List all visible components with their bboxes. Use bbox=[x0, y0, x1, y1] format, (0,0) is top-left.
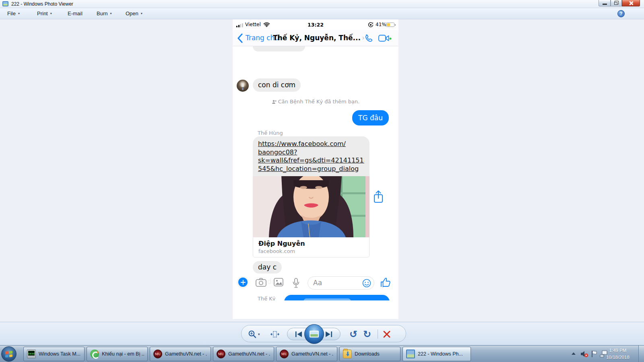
photo-viewer-window: 222 - Windows Photo Viewer File▾ Print▾ … bbox=[0, 0, 644, 362]
thumbs-up-icon[interactable] bbox=[380, 277, 391, 288]
taskbar-item-gamethuvn-1[interactable]: MU GamethuVN.net - ... bbox=[150, 347, 211, 361]
previous-button[interactable] bbox=[294, 330, 303, 339]
link-url-line: sk=wall&fref=gs&dti=421411518051 bbox=[258, 156, 364, 165]
windows-taskbar: Windows Task M... Khiếu nại - em Bị ... … bbox=[0, 345, 644, 362]
viewer-control-bar: ▾ ↺ ↻ bbox=[0, 322, 644, 345]
volume-muted-icon[interactable] bbox=[580, 350, 588, 358]
taskbar-clock[interactable]: 1:49 PM 10/18/2018 bbox=[600, 347, 636, 360]
taskbar-item-downloads[interactable]: Downloads bbox=[339, 347, 400, 361]
link-card-title: Điệp Nguyễn bbox=[258, 240, 369, 247]
mu-game-icon: MU bbox=[217, 350, 225, 358]
message-bubble-outgoing-partial bbox=[284, 295, 390, 300]
slideshow-button[interactable] bbox=[304, 324, 324, 344]
show-hidden-icons-button[interactable] bbox=[572, 352, 576, 355]
taskbar-item-gamethuvn-2[interactable]: MU GamethuVN.net - ... bbox=[213, 347, 274, 361]
chevron-down-icon: ▾ bbox=[110, 12, 111, 15]
minimize-button[interactable] bbox=[599, 0, 611, 6]
person-add-icon bbox=[272, 100, 277, 104]
conversation-title[interactable]: Thế Kỷ, Nguyễn, Thế...› bbox=[273, 33, 361, 42]
chevron-down-icon: ▾ bbox=[18, 12, 20, 15]
magnifier-icon bbox=[248, 330, 257, 339]
zoom-button[interactable]: ▾ bbox=[248, 325, 260, 343]
messenger-screenshot: Viettel 13:22 41% Trang chủ Thế Kỷ, Nguy… bbox=[233, 19, 398, 319]
help-icon[interactable]: ? bbox=[617, 10, 625, 17]
plus-icon[interactable] bbox=[238, 278, 248, 287]
actual-size-button[interactable] bbox=[270, 325, 279, 343]
taskbar-item-photo-viewer[interactable]: 222 - Windows Ph... bbox=[402, 347, 471, 361]
show-desktop-button[interactable] bbox=[638, 346, 644, 362]
delete-x-icon bbox=[382, 330, 391, 339]
menu-print[interactable]: Print▾ bbox=[37, 10, 52, 16]
taskbar-item-task-manager[interactable]: Windows Task M... bbox=[23, 347, 85, 361]
menu-burn[interactable]: Burn▾ bbox=[97, 10, 111, 16]
message-bubble: con di cơm bbox=[253, 78, 301, 92]
next-button[interactable] bbox=[324, 330, 334, 339]
avatar[interactable] bbox=[237, 80, 249, 92]
message-bubble-partial bbox=[253, 46, 305, 51]
photo-viewer-icon bbox=[406, 350, 415, 358]
window-title: 222 - Windows Photo Viewer bbox=[11, 1, 73, 7]
chevron-down-icon: ▾ bbox=[50, 12, 52, 15]
downloads-folder-icon bbox=[343, 350, 352, 358]
rotate-counterclockwise-button[interactable]: ↺ bbox=[349, 325, 357, 343]
menu-file[interactable]: File▾ bbox=[7, 10, 20, 16]
task-manager-icon bbox=[27, 350, 36, 358]
menu-email[interactable]: E-mail bbox=[68, 10, 83, 16]
caret-up-icon bbox=[572, 352, 576, 355]
composer-bar: Aa bbox=[233, 274, 398, 292]
title-bar: 222 - Windows Photo Viewer bbox=[0, 0, 644, 8]
rotate-clockwise-button[interactable]: ↻ bbox=[363, 325, 371, 343]
voice-call-icon[interactable] bbox=[363, 33, 374, 44]
clock-date: 10/18/2018 bbox=[600, 354, 636, 361]
photo-viewer-app-icon bbox=[2, 1, 8, 6]
gallery-icon[interactable] bbox=[274, 278, 283, 286]
link-preview-card[interactable]: Điệp Nguyễn facebook.com bbox=[253, 237, 369, 257]
link-preview-image[interactable] bbox=[253, 176, 369, 237]
windows-logo-icon bbox=[5, 351, 12, 358]
back-chevron-icon[interactable] bbox=[237, 33, 243, 43]
message-bubble: day c bbox=[253, 261, 282, 274]
slideshow-icon bbox=[310, 331, 319, 337]
menu-bar: File▾ Print▾ E-mail Burn▾ Open▾ ? bbox=[0, 8, 644, 19]
share-icon[interactable] bbox=[373, 190, 384, 204]
emoji-icon[interactable] bbox=[362, 279, 371, 288]
microphone-icon[interactable] bbox=[293, 278, 299, 288]
link-card-domain: facebook.com bbox=[258, 248, 369, 254]
link-message-bubble[interactable]: https://www.facebook.com/ baongoc08? sk=… bbox=[253, 136, 369, 176]
message-bubble-outgoing: TG đâu bbox=[352, 110, 389, 125]
battery-icon bbox=[386, 23, 394, 27]
toolbar-divider bbox=[378, 329, 378, 339]
chevron-down-icon: ▾ bbox=[141, 12, 142, 15]
close-button[interactable] bbox=[622, 0, 640, 6]
rotate-cw-icon: ↻ bbox=[363, 329, 371, 340]
system-message: Căn Bệnh Thế Kỷ đã thêm bạn. bbox=[233, 99, 398, 105]
status-time: 13:22 bbox=[233, 22, 398, 28]
taskbar-item-browser[interactable]: Khiếu nại - em Bị ... bbox=[87, 347, 148, 361]
mu-game-icon: MU bbox=[280, 350, 289, 358]
rotate-ccw-icon: ↺ bbox=[349, 329, 357, 340]
sender-name: Thế Hùng bbox=[258, 130, 283, 136]
viewer-canvas: Viettel 13:22 41% Trang chủ Thế Kỷ, Nguy… bbox=[0, 19, 644, 322]
message-input[interactable]: Aa bbox=[308, 276, 374, 290]
start-button[interactable] bbox=[1, 346, 17, 362]
message-input-placeholder: Aa bbox=[313, 279, 322, 287]
link-url-line: baongoc08? bbox=[258, 148, 364, 157]
viewer-toolbar: ▾ ↺ ↻ bbox=[241, 325, 406, 342]
coccoc-browser-icon bbox=[90, 350, 99, 358]
messenger-nav-bar: Trang chủ Thế Kỷ, Nguyễn, Thế...› bbox=[233, 30, 398, 46]
video-call-icon[interactable] bbox=[378, 35, 392, 43]
delete-button[interactable] bbox=[382, 325, 391, 343]
link-url-line: https://www.facebook.com/ bbox=[258, 140, 364, 148]
ios-status-bar: Viettel 13:22 41% bbox=[233, 19, 398, 30]
restore-button[interactable] bbox=[611, 0, 622, 6]
battery-percent: 41% bbox=[376, 22, 386, 27]
action-center-flag-icon[interactable] bbox=[591, 350, 597, 358]
camera-icon[interactable] bbox=[256, 278, 266, 287]
menu-open[interactable]: Open▾ bbox=[126, 10, 142, 16]
chevron-down-icon: ▾ bbox=[258, 332, 260, 336]
link-url-line: 545&hc_location=group_dialog bbox=[258, 165, 364, 173]
taskbar-item-gamethuvn-3[interactable]: MU GamethuVN.net - ... bbox=[276, 347, 337, 361]
orientation-lock-icon bbox=[368, 22, 374, 27]
message-list: con di cơm Căn Bệnh Thế Kỷ đã thêm bạn. … bbox=[233, 46, 398, 300]
sender-name: Thế Kỷ bbox=[258, 296, 276, 300]
